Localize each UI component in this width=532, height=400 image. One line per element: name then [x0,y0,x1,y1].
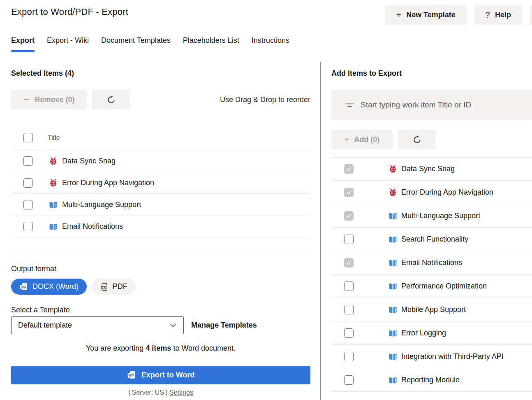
word-icon: W [127,370,136,380]
export-to-word-pdf-page: Export to Word/PDF - Export + New Templa… [0,0,532,400]
checkmark-icon [346,213,352,219]
row-checkbox[interactable] [344,164,354,174]
user-story-icon [49,222,58,231]
row-checkbox[interactable] [344,258,354,267]
row-title: Email Notifications [401,258,462,267]
table-spacer [11,237,310,251]
row-checkbox[interactable] [344,375,354,385]
row-title: Search Functionality [401,235,468,244]
row-title: Error During App Navigation [62,179,154,187]
row-checkbox[interactable] [344,211,354,221]
new-template-button[interactable]: + New Template [385,5,467,25]
docx-format-pill[interactable]: W DOCX (Word) [11,279,87,295]
table-row[interactable]: Data Sync Snag [11,150,310,172]
user-story-icon [389,376,397,384]
table-row[interactable]: Reporting Module [331,368,532,392]
bug-icon [389,165,397,173]
table-row[interactable]: Performance Optimization [331,274,532,298]
row-title: Multi-Language Support [62,200,141,209]
table-row[interactable]: Email Notifications [331,251,532,274]
table-row[interactable]: Error During App Navigation [331,181,532,204]
manage-templates-link[interactable]: Manage Templates [191,321,257,330]
bug-icon [389,165,397,173]
table-row[interactable]: Error During App Navigation [11,172,310,194]
row-title: Integration with Third-Party API [401,352,504,361]
row-checkbox[interactable] [344,305,354,314]
export-to-word-button[interactable]: W Export to Word [11,366,310,384]
table-header-row: Title [11,126,310,150]
panel-divider [320,62,321,400]
svg-text:PDF: PDF [102,286,106,289]
selected-items-panel: Selected Items (4) Remove (0) Use Drag &… [11,68,310,400]
search-input[interactable] [361,100,509,109]
available-items-list: Data Sync SnagError During App Navigatio… [331,157,532,392]
user-story-icon [389,235,397,244]
table-row[interactable]: Data Sync Snag [331,157,532,181]
row-checkbox[interactable] [344,352,354,361]
row-checkbox[interactable] [23,222,33,231]
user-story-icon [389,258,397,267]
add-items-toolbar: + Add (0) [331,130,532,149]
export-summary: You are exporting 4 items to Word docume… [11,344,310,353]
row-title: Data Sync Snag [401,165,455,173]
settings-link[interactable]: Settings [169,389,193,396]
selected-items-table: Title Data Sync SnagError During App Nav… [11,126,310,251]
refresh-selected-button[interactable] [92,90,130,109]
tab-export-wiki[interactable]: Export - Wiki [47,36,89,52]
row-checkbox[interactable] [344,281,354,291]
select-all-checkbox[interactable] [23,133,33,142]
add-items-heading: Add Items to Export [331,69,402,78]
user-story-icon [49,200,58,209]
filter-icon [345,100,355,110]
tab-instructions[interactable]: Instructions [252,36,289,52]
refresh-items-button[interactable] [398,130,436,149]
row-title: Reporting Module [401,376,460,384]
drag-drop-hint: Use Drag & Drop to reorder [220,95,310,104]
template-select-value: Default template [18,321,72,330]
svg-text:W: W [21,285,24,289]
template-select[interactable]: Default template [11,316,184,334]
user-story-icon [389,212,397,220]
row-checkbox[interactable] [23,178,33,188]
tab-document-templates[interactable]: Document Templates [101,36,171,52]
table-row[interactable]: Email Notifications [11,216,310,237]
export-count: 4 items [146,344,171,352]
work-item-search[interactable] [331,90,532,120]
add-button[interactable]: + Add (0) [331,130,393,149]
plus-icon: + [345,135,349,144]
user-story-icon [389,305,397,314]
row-checkbox[interactable] [344,328,354,338]
export-to-word-label: Export to Word [141,371,195,379]
user-story-icon [389,235,397,244]
row-title: Error Logging [401,329,446,337]
table-row[interactable]: Search Functionality [331,228,532,251]
add-items-panel: Add Items to Export + Add (0) Data Sync … [331,68,532,400]
table-row[interactable]: Multi-Language Support [331,204,532,228]
selected-items-toolbar: Remove (0) Use Drag & Drop to reorder [11,90,310,109]
row-checkbox[interactable] [23,156,33,166]
selected-items-heading: Selected Items (4) [11,69,74,78]
remove-button[interactable]: Remove (0) [11,90,87,109]
partially-visible-button[interactable] [530,5,532,25]
row-checkbox[interactable] [23,200,33,209]
user-story-icon [389,282,397,291]
tab-export[interactable]: Export [11,36,35,52]
help-button[interactable]: ? Help [474,5,523,25]
title-column-header: Title [48,134,60,142]
user-story-icon [389,212,397,220]
user-story-icon [389,329,397,337]
table-row[interactable]: Multi-Language Support [11,194,310,216]
table-row[interactable]: Integration with Third-Party API [331,345,532,368]
pdf-icon: PDF [100,283,109,291]
table-row[interactable]: Mobile App Support [331,298,532,321]
question-icon: ? [486,10,490,20]
pdf-format-pill[interactable]: PDF PDF [92,279,136,295]
checkmark-icon [346,166,352,172]
row-checkbox[interactable] [344,188,354,197]
user-story-icon [389,329,397,337]
table-row[interactable]: Error Logging [331,321,532,345]
row-checkbox[interactable] [344,235,354,244]
row-title: Performance Optimization [401,282,487,291]
tab-placeholders-list[interactable]: Placeholders List [183,36,239,52]
user-story-icon [389,305,397,314]
